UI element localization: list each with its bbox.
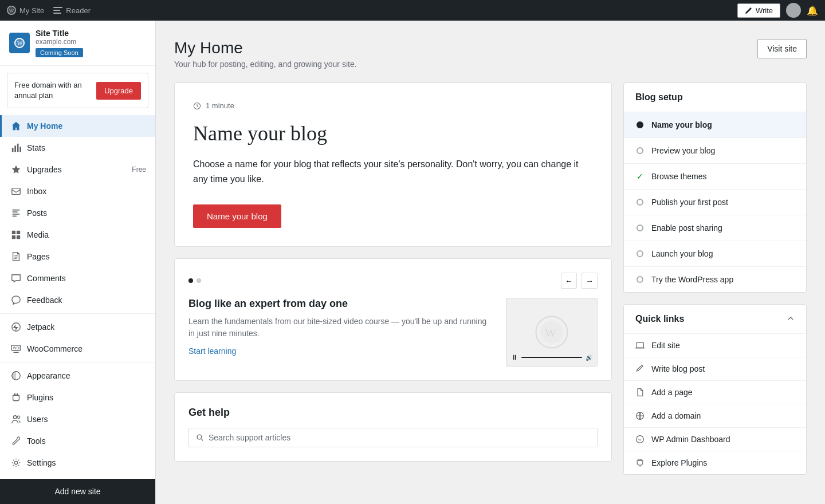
setup-label-publish-post: Publish your first post	[651, 198, 728, 207]
settings-icon	[11, 458, 21, 468]
card-main-title: Name your blog	[193, 121, 593, 145]
learn-card-description: Learn the fundamentals from our bite-siz…	[188, 316, 494, 340]
sidebar-label-upgrades: Upgrades	[27, 165, 62, 174]
svg-rect-14	[12, 235, 15, 239]
dot-1	[188, 278, 193, 283]
sidebar-item-pages[interactable]: Pages	[0, 246, 155, 267]
wordpress-icon: W	[7, 6, 16, 15]
svg-rect-12	[12, 231, 15, 234]
volume-icon[interactable]: 🔊	[586, 355, 592, 361]
site-info: W Site Title example.com Coming Soon	[0, 21, 155, 66]
setup-item-publish-post[interactable]: Publish your first post	[624, 190, 806, 215]
plugin-icon	[635, 458, 645, 467]
quick-links-header: Quick links	[624, 305, 806, 334]
write-button[interactable]: Write	[737, 3, 780, 18]
quick-item-write-post[interactable]: Write blog post	[624, 357, 806, 381]
start-learning-link[interactable]: Start learning	[188, 346, 236, 356]
sidebar-item-feedback[interactable]: Feedback	[0, 289, 155, 311]
quick-label-add-domain: Add a domain	[651, 411, 701, 420]
main-column: 1 minute Name your blog Choose a name fo…	[174, 82, 612, 475]
home-icon	[11, 121, 21, 131]
setup-item-launch-blog[interactable]: Launch your blog	[624, 241, 806, 267]
name-blog-button[interactable]: Name your blog	[193, 204, 281, 228]
chevron-up-icon	[787, 314, 795, 322]
sidebar-item-posts[interactable]: Posts	[0, 202, 155, 224]
setup-item-name-blog[interactable]: Name your blog	[624, 112, 806, 138]
quick-item-explore-plugins[interactable]: Explore Plugins	[624, 451, 806, 474]
sidebar-item-appearance[interactable]: Appearance	[0, 365, 155, 387]
user-avatar[interactable]	[786, 3, 801, 18]
quick-links-card: Quick links Edit site	[623, 304, 807, 475]
nav-divider-1	[0, 313, 155, 314]
sidebar-item-comments[interactable]: Comments	[0, 267, 155, 289]
sidebar-item-settings[interactable]: Settings	[0, 452, 155, 474]
help-title: Get help	[188, 407, 598, 419]
my-site-nav[interactable]: W My Site	[7, 6, 44, 15]
woocommerce-icon: WOO	[11, 344, 21, 354]
upgrades-badge: Free	[132, 166, 146, 174]
sidebar-item-inbox[interactable]: Inbox	[0, 180, 155, 202]
setup-label-enable-sharing: Enable post sharing	[651, 223, 722, 233]
quick-item-wp-admin[interactable]: W WP Admin Dashboard	[624, 428, 806, 451]
setup-item-enable-sharing[interactable]: Enable post sharing	[624, 215, 806, 241]
dot-2	[197, 278, 201, 283]
site-domain-text: example.com	[36, 38, 146, 46]
slider-next-button[interactable]: →	[582, 273, 598, 289]
slider-dots	[188, 278, 201, 283]
sidebar-label-appearance: Appearance	[27, 371, 70, 380]
play-pause-icon[interactable]: ⏸	[511, 353, 518, 361]
svg-text:WOO: WOO	[13, 346, 21, 350]
page-header: My Home Your hub for posting, editing, a…	[174, 39, 807, 69]
sidebar-item-my-home[interactable]: My Home	[0, 115, 155, 137]
quick-item-add-page[interactable]: Add a page	[624, 381, 806, 404]
setup-label-launch-blog: Launch your blog	[651, 249, 713, 258]
sidebar-item-plugins[interactable]: Plugins	[0, 387, 155, 408]
svg-point-23	[17, 416, 20, 419]
sidebar-item-tools[interactable]: Tools	[0, 430, 155, 452]
reader-nav[interactable]: Reader	[53, 6, 91, 15]
sidebar-item-media[interactable]: Media	[0, 224, 155, 246]
search-support[interactable]: Search support articles	[188, 428, 598, 447]
sidebar: W Site Title example.com Coming Soon Fre…	[0, 21, 156, 504]
svg-text:W: W	[638, 438, 642, 442]
sidebar-label-my-home: My Home	[27, 121, 62, 131]
time-label: 1 minute	[206, 101, 234, 110]
setup-item-wp-app[interactable]: Try the WordPress app	[624, 267, 806, 292]
quick-links-title: Quick links	[635, 314, 684, 324]
sidebar-item-woocommerce[interactable]: WOO WooCommerce	[0, 338, 155, 360]
feedback-icon	[11, 295, 21, 305]
svg-rect-13	[17, 231, 20, 234]
video-progress-bar[interactable]	[521, 357, 582, 358]
help-card: Get help Search support articles	[174, 392, 612, 462]
slider-header: ← →	[188, 273, 598, 289]
appearance-icon	[11, 371, 21, 381]
quick-label-write-post: Write blog post	[651, 364, 705, 373]
add-new-site-button[interactable]: Add new site	[0, 479, 155, 504]
sidebar-label-feedback: Feedback	[27, 296, 62, 305]
sidebar-item-stats[interactable]: Stats	[0, 137, 155, 159]
visit-site-button[interactable]: Visit site	[757, 39, 807, 58]
sidebar-label-settings: Settings	[27, 458, 56, 467]
page-header-text: My Home Your hub for posting, editing, a…	[174, 39, 357, 69]
svg-rect-3	[53, 10, 60, 11]
notifications-bell[interactable]: 🔔	[807, 5, 818, 16]
search-icon	[196, 434, 204, 442]
setup-item-browse-themes[interactable]: ✓ Browse themes	[624, 164, 806, 190]
card-time: 1 minute	[193, 101, 593, 110]
quick-item-edit-site[interactable]: Edit site	[624, 334, 806, 357]
quick-links-collapse[interactable]	[787, 314, 795, 324]
sidebar-item-users[interactable]: Users	[0, 408, 155, 430]
sidebar-label-plugins: Plugins	[27, 393, 53, 402]
slider-prev-button[interactable]: ←	[561, 273, 577, 289]
quick-item-add-domain[interactable]: Add a domain	[624, 404, 806, 428]
upgrade-button[interactable]: Upgrade	[96, 82, 141, 100]
sidebar-item-jetpack[interactable]: Jetpack	[0, 316, 155, 338]
stats-icon	[11, 143, 21, 153]
my-site-label: My Site	[19, 6, 44, 15]
setup-item-preview-blog[interactable]: Preview your blog	[624, 138, 806, 164]
svg-point-22	[14, 416, 17, 419]
pencil-edit-icon	[635, 364, 645, 373]
sidebar-label-stats: Stats	[27, 143, 45, 152]
sidebar-label-pages: Pages	[27, 252, 50, 261]
sidebar-item-upgrades[interactable]: Upgrades Free	[0, 159, 155, 180]
